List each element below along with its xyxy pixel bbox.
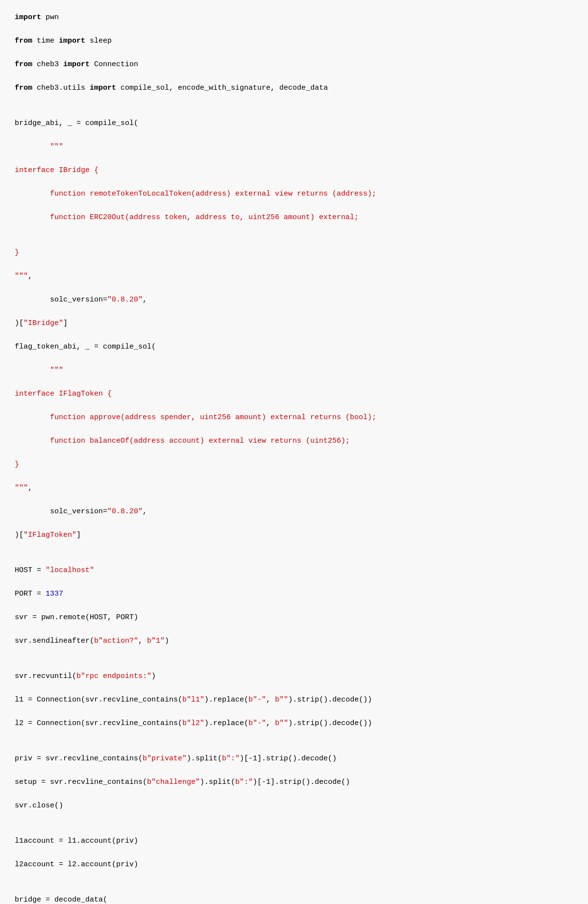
code-line: l1account = l1.account(priv) xyxy=(15,835,573,847)
code-line: priv = svr.recvline_contains(b"private")… xyxy=(15,753,573,765)
code-line: svr.sendlineafter(b"action?", b"1") xyxy=(15,635,573,647)
code-line: from time import sleep xyxy=(15,35,573,47)
code-line: )["IFlagToken"] xyxy=(15,529,573,541)
code-line: bridge = decode_data( xyxy=(15,894,573,904)
code-line: )["IBridge"] xyxy=(15,318,573,329)
code-line: """ xyxy=(15,141,573,153)
code-line: from cheb3.utils import compile_sol, enc… xyxy=(15,82,573,94)
code-line: } xyxy=(15,459,573,471)
code-line: setup = svr.recvline_contains(b"challeng… xyxy=(15,777,573,788)
code-line: solc_version="0.8.20", xyxy=(15,294,573,306)
code-line: HOST = "localhost" xyxy=(15,565,573,577)
code-line: l2account = l2.account(priv) xyxy=(15,859,573,871)
code-line: interface IBridge { xyxy=(15,165,573,176)
code-line: """ xyxy=(15,365,573,377)
code-line: function approve(address spender, uint25… xyxy=(15,412,573,424)
code-line: svr.recvuntil(b"rpc endpoints:") xyxy=(15,671,573,682)
code-line: from cheb3 import Connection xyxy=(15,59,573,71)
code-line: function remoteTokenToLocalToken(address… xyxy=(15,188,573,200)
code-line: flag_token_abi, _ = compile_sol( xyxy=(15,341,573,353)
code-line: import pwn xyxy=(15,12,573,24)
code-line: PORT = 1337 xyxy=(15,588,573,600)
code-line: solc_version="0.8.20", xyxy=(15,506,573,518)
code-line: function ERC20Out(address token, address… xyxy=(15,212,573,224)
code-line: bridge_abi, _ = compile_sol( xyxy=(15,118,573,129)
code-container: import pwn from time import sleep from c… xyxy=(15,12,573,904)
code-line: l1 = Connection(svr.recvline_contains(b"… xyxy=(15,694,573,706)
code-line: svr.close() xyxy=(15,800,573,812)
code-line: } xyxy=(15,247,573,259)
code-line: """, xyxy=(15,271,573,282)
code-line: function balanceOf(address account) exte… xyxy=(15,435,573,447)
code-line: """, xyxy=(15,482,573,494)
code-line: l2 = Connection(svr.recvline_contains(b"… xyxy=(15,718,573,729)
code-line: interface IFlagToken { xyxy=(15,388,573,400)
code-line: svr = pwn.remote(HOST, PORT) xyxy=(15,612,573,624)
